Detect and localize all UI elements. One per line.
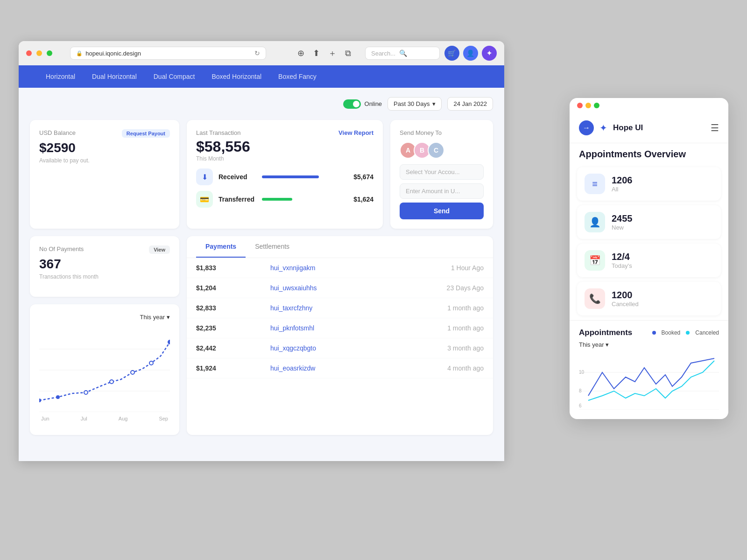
grid-icon[interactable]: ⧉ (345, 49, 351, 58)
received-label: Received (218, 173, 256, 181)
nav-boxed-fancy[interactable]: Boxed Fancy (270, 65, 325, 88)
send-avatars: A B C (400, 142, 484, 159)
url-bar[interactable]: 🔒 hopeui.iqonic.design ↻ (70, 47, 266, 60)
svg-point-9 (149, 361, 153, 365)
view-btn[interactable]: View (149, 245, 170, 254)
transferred-bar (262, 198, 292, 201)
nav-dual-compact[interactable]: Dual Compact (145, 65, 204, 88)
hope-menu-button[interactable]: ☰ (711, 122, 719, 133)
tab-settlements[interactable]: Settlements (246, 236, 299, 258)
payment-id[interactable]: hui_uwsxaiuhhs (261, 278, 386, 298)
appt-card-all[interactable]: ≡ 1206 All (577, 167, 721, 201)
appt-info-cancelled: 1200 Cancelled (612, 290, 713, 308)
payment-amount: $1,924 (187, 358, 261, 378)
chart-label-sep: Sep (159, 416, 168, 421)
payment-time: 1 month ago (386, 298, 493, 318)
appt-label-all: All (612, 186, 713, 193)
payment-id[interactable]: hui_vxnnjigakm (261, 258, 386, 278)
nav-horizontal[interactable]: Horizontal (37, 65, 84, 88)
received-amount: $5,674 (344, 173, 374, 181)
appt-label-new: New (612, 224, 713, 231)
payments-table-card: Payments Settlements $1,833 hui_vxnnjiga… (187, 236, 493, 435)
dot-green[interactable] (594, 103, 599, 108)
payment-amount: $2,235 (187, 318, 261, 338)
reload-icon[interactable]: ↻ (254, 49, 260, 57)
share-icon[interactable]: ⬆ (313, 48, 320, 58)
transferred-icon: 💳 (196, 191, 213, 208)
appt-chart-area: 10 8 6 (579, 354, 719, 410)
appt-card-new[interactable]: 👤 2455 New (577, 205, 721, 239)
user-avatar-1[interactable]: 🛒 (444, 46, 459, 61)
chart-label-jun: Jun (41, 416, 49, 421)
payment-id[interactable]: hui_taxrcfzhny (261, 298, 386, 318)
appt-icon-cancelled: 📞 (585, 288, 605, 309)
user-avatar-2[interactable]: 👤 (463, 46, 478, 61)
payment-id[interactable]: hui_xqgczqbgto (261, 338, 386, 358)
toggle-switch[interactable] (343, 99, 361, 109)
appt-icon-all: ≡ (585, 174, 605, 194)
maximize-btn[interactable] (47, 50, 52, 56)
svg-point-10 (168, 340, 170, 344)
dot-yellow[interactable] (585, 103, 591, 108)
appt-year-selector[interactable]: This year ▾ (579, 341, 719, 348)
bottom-row: No Of Payments View 367 Transactions thi… (30, 236, 493, 435)
minimize-btn[interactable] (36, 50, 42, 56)
chart-label-jul: Jul (81, 416, 87, 421)
chart-period-selector[interactable]: This year ▾ (140, 314, 170, 321)
table-row: $2,442 hui_xqgczqbgto 3 month ago (187, 338, 493, 358)
view-report-btn[interactable]: View Report (338, 129, 374, 136)
legend-canceled-label: Canceled (695, 329, 719, 336)
download-icon[interactable]: ⊕ (297, 48, 304, 58)
appt-line-chart: 10 8 6 (579, 354, 719, 410)
send-button[interactable]: Send (400, 203, 484, 219)
transferred-amount: $1,624 (344, 196, 374, 203)
browser-toolbar: 🔒 hopeui.iqonic.design ↻ ⊕ ⬆ ＋ ⧉ Search.… (19, 41, 504, 65)
date-range-dropdown[interactable]: Past 30 Days ▾ (388, 97, 442, 111)
usd-balance-card: USD Balance Request Payout $2590 Availab… (30, 120, 179, 229)
svg-text:6: 6 (579, 403, 582, 408)
search-placeholder: Search... (371, 50, 395, 57)
appt-chevron-icon: ▾ (606, 341, 609, 348)
table-row: $2,235 hui_pknfotsmhl 1 month ago (187, 318, 493, 338)
avatar-3[interactable]: C (428, 142, 444, 159)
payment-amount: $1,833 (187, 258, 261, 278)
hope-title: Hope UI (613, 123, 705, 133)
transferred-row: 💳 Transferred $1,624 (196, 191, 374, 208)
hope-panel: → ✦ Hope UI ☰ Appointments Overview ≡ 12… (570, 98, 728, 419)
svg-text:8: 8 (579, 388, 582, 393)
browser-window: 🔒 hopeui.iqonic.design ↻ ⊕ ⬆ ＋ ⧉ Search.… (19, 41, 504, 461)
nav-dual-horizontal[interactable]: Dual Horizontal (84, 65, 145, 88)
appt-chart-title: Appointments (579, 328, 632, 337)
dot-red[interactable] (577, 103, 583, 108)
svg-point-5 (56, 395, 60, 399)
hope-panel-header: → ✦ Hope UI ☰ (570, 113, 728, 143)
tab-payments[interactable]: Payments (196, 236, 246, 258)
payment-id[interactable]: hui_eoasrkizdw (261, 358, 386, 378)
chart-period-label: This year (140, 314, 165, 321)
new-tab-icon[interactable]: ＋ (328, 48, 337, 59)
appt-card-todays[interactable]: 📅 12/4 Today's (577, 244, 721, 277)
payment-id[interactable]: hui_pknfotsmhl (261, 318, 386, 338)
legend-booked-label: Booked (662, 329, 681, 336)
online-toggle[interactable]: Online (343, 99, 382, 109)
top-controls: Online Past 30 Days ▾ 24 Jan 2022 (30, 97, 493, 111)
hope-logo-icon: ✦ (599, 122, 607, 133)
close-btn[interactable] (26, 50, 32, 56)
user-avatar-3[interactable]: ✦ (482, 46, 497, 61)
hope-back-button[interactable]: → (579, 120, 594, 135)
appt-number-todays: 12/4 (612, 252, 713, 262)
request-payout-btn[interactable]: Request Payout (122, 129, 170, 138)
lock-icon: 🔒 (76, 50, 83, 56)
appt-card-cancelled[interactable]: 📞 1200 Cancelled (577, 282, 721, 315)
enter-amount-input[interactable]: Enter Amount in U... (400, 183, 484, 199)
received-bar (262, 175, 319, 178)
chart-card: This year ▾ (30, 304, 179, 435)
cards-row: USD Balance Request Payout $2590 Availab… (30, 120, 493, 229)
search-icon: 🔍 (399, 49, 407, 57)
appt-number-all: 1206 (612, 175, 713, 186)
select-account-dropdown[interactable]: Select Your Accou... (400, 164, 484, 180)
payment-time: 3 month ago (386, 338, 493, 358)
received-row: ⬇ Received $5,674 (196, 168, 374, 185)
nav-boxed-horizontal[interactable]: Boxed Horizontal (203, 65, 270, 88)
table-row: $1,924 hui_eoasrkizdw 4 month ago (187, 358, 493, 378)
